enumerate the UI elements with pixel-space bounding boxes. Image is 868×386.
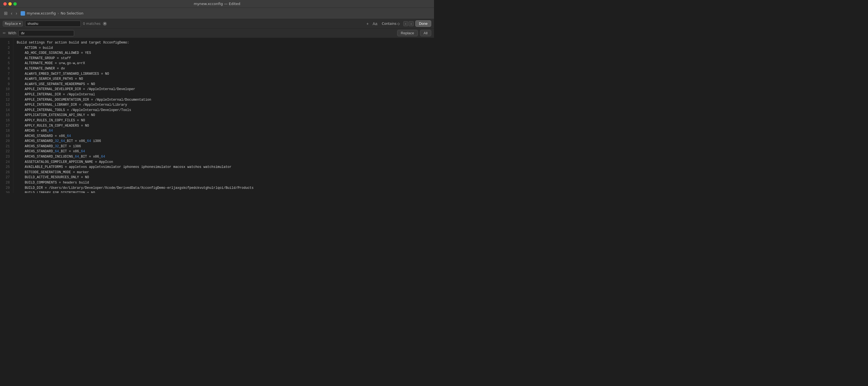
breadcrumb-file: mynew.xcconfig — [27, 11, 56, 16]
line-number: 15 — [2, 113, 10, 118]
line-number: 17 — [2, 123, 10, 128]
line-number: 23 — [2, 154, 10, 159]
next-result-button[interactable]: › — [409, 21, 414, 26]
titlebar: mynew.xcconfig — Edited — [0, 0, 434, 8]
prev-button[interactable]: ‹ — [10, 10, 13, 17]
line-number: 1 — [2, 40, 10, 46]
line-number: 28 — [2, 180, 10, 185]
line-number: 2 — [2, 46, 10, 51]
code-line: ARCHS_STANDARD_32_64_BIT = x86_64 i386 — [17, 139, 431, 144]
code-line: APPLICATION_EXTENSION_API_ONLY = NO — [17, 113, 431, 118]
toolbar: ⊞ ‹ › mynew.xcconfig › No Selection — [0, 8, 434, 19]
breadcrumb: mynew.xcconfig › No Selection — [21, 11, 84, 16]
link-token[interactable]: 64 — [101, 155, 105, 159]
case-sensitive-button[interactable]: Aa — [372, 21, 378, 27]
contains-arrow-icon: ◇ — [397, 22, 400, 26]
line-number: 24 — [2, 159, 10, 165]
link-token[interactable]: 64 — [49, 129, 53, 133]
dropdown-arrow-icon: ▾ — [19, 22, 21, 26]
code-line: ALTERNATE_OWNER = dv — [17, 66, 431, 71]
code-line: ARCHS_STANDARD_64_BIT = x86_64 — [17, 149, 431, 154]
code-line: ALTERNATE_GROUP = staff — [17, 56, 431, 61]
code-line: APPLY_RULES_IN_COPY_HEADERS = NO — [17, 123, 431, 128]
line-number: 22 — [2, 149, 10, 154]
pencil-icon: ✏ — [3, 31, 6, 35]
done-button[interactable]: Done — [415, 20, 431, 27]
code-line: BUILD_ACTIVE_RESOURCES_ONLY = NO — [17, 175, 431, 180]
contains-dropdown[interactable]: Contains ◇ — [380, 21, 402, 26]
code-line: ALWAYS_USE_SEPARATE_HEADERMAPS = NO — [17, 82, 431, 87]
code-line: APPLE_INTERNAL_DEVELOPER_DIR = /AppleInt… — [17, 87, 431, 92]
find-bar-actions: + Aa Contains ◇ ‹ › Done — [365, 20, 431, 27]
breadcrumb-selection: No Selection — [61, 11, 83, 16]
line-number: 9 — [2, 82, 10, 87]
contains-label: Contains — [382, 22, 397, 26]
minimize-button[interactable] — [8, 2, 12, 6]
line-number: 8 — [2, 77, 10, 82]
code-line: APPLE_INTERNAL_DIR = /AppleInternal — [17, 92, 431, 97]
find-bar: Replace ▾ 0 matches ✕ + Aa Contains ◇ ‹ … — [0, 19, 434, 28]
line-number: 16 — [2, 118, 10, 123]
link-token[interactable]: 64 — [55, 149, 59, 153]
code-line: ALTERNATE_MODE = u+w,go-w,a+rX — [17, 61, 431, 66]
code-line: BUILD_DIR = /Users/dv/Library/Developer/… — [17, 185, 431, 191]
line-number: 18 — [2, 128, 10, 133]
code-line: ASSETCATALOG_COMPILER_APPICON_NAME = App… — [17, 159, 431, 165]
line-number: 19 — [2, 133, 10, 139]
line-number: 26 — [2, 170, 10, 175]
code-line: AVAILABLE_PLATFORMS = appletvos appletvs… — [17, 165, 431, 170]
line-number: 25 — [2, 165, 10, 170]
code-line: AD_HOC_CODE_SIGNING_ALLOWED = YES — [17, 51, 431, 56]
clear-search-button[interactable]: ✕ — [103, 22, 107, 26]
line-number: 7 — [2, 71, 10, 77]
line-number: 29 — [2, 185, 10, 191]
link-token[interactable]: 64 — [61, 139, 65, 143]
result-navigation: ‹ › — [403, 21, 414, 26]
code-line: ARCHS_STANDARD = x86_64 — [17, 133, 431, 139]
line-number: 20 — [2, 139, 10, 144]
link-token[interactable]: 64 — [87, 139, 91, 143]
traffic-lights — [3, 2, 17, 6]
match-count: 0 matches — [83, 22, 101, 26]
line-number: 27 — [2, 175, 10, 180]
line-numbers: 1234567891011121314151617181920212223242… — [0, 38, 13, 193]
find-input[interactable] — [25, 21, 81, 27]
code-line: ALWAYS_SEARCH_USER_PATHS = NO — [17, 77, 431, 82]
link-token[interactable]: 32 — [55, 139, 59, 143]
close-button[interactable] — [3, 2, 7, 6]
add-button[interactable]: + — [365, 21, 370, 27]
window-title: mynew.xcconfig — Edited — [194, 2, 240, 6]
line-number: 30 — [2, 190, 10, 193]
replace-button[interactable]: Replace — [397, 30, 418, 36]
code-line: APPLE_INTERNAL_TOOLS = /AppleInternal/De… — [17, 108, 431, 113]
code-line: ALWAYS_EMBED_SWIFT_STANDARD_LIBRARIES = … — [17, 71, 431, 77]
code-line: ACTION = build — [17, 46, 431, 51]
code-content[interactable]: Build settings for action build and targ… — [13, 38, 434, 193]
link-token[interactable]: 32 — [55, 145, 59, 148]
replace-all-button[interactable]: All — [420, 30, 431, 36]
with-actions: Replace All — [397, 30, 431, 36]
back-button[interactable]: ⊞ — [3, 10, 9, 17]
line-number: 21 — [2, 144, 10, 149]
replace-dropdown[interactable]: Replace ▾ — [3, 21, 23, 27]
code-line: Build settings for action build and targ… — [17, 40, 431, 46]
code-line: BUILD_COMPONENTS = headers build — [17, 180, 431, 185]
breadcrumb-separator: › — [57, 11, 59, 16]
replace-label: Replace — [5, 22, 18, 26]
code-line: ARCHS_STANDARD_32_BIT = i386 — [17, 144, 431, 149]
with-input[interactable] — [19, 30, 74, 36]
link-token[interactable]: 64 — [67, 134, 71, 138]
with-bar: ✏ With Replace All — [0, 28, 434, 38]
line-number: 13 — [2, 102, 10, 108]
link-token[interactable]: 64 — [75, 155, 79, 159]
line-number: 4 — [2, 56, 10, 61]
line-number: 11 — [2, 92, 10, 97]
code-line: ARCHS = x86_64 — [17, 128, 431, 133]
code-line: APPLY_RULES_IN_COPY_FILES = NO — [17, 118, 431, 123]
next-button[interactable]: › — [14, 10, 18, 17]
code-line: ARCHS_STANDARD_INCLUDING_64_BIT = x86_64 — [17, 154, 431, 159]
maximize-button[interactable] — [13, 2, 17, 6]
code-line: APPLE_INTERNAL_DOCUMENTATION_DIR = /Appl… — [17, 97, 431, 102]
link-token[interactable]: 64 — [81, 149, 85, 153]
prev-result-button[interactable]: ‹ — [403, 21, 408, 26]
